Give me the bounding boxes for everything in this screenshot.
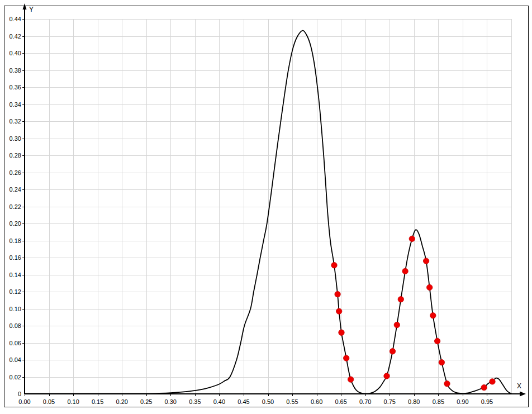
- data-point: [344, 355, 349, 361]
- x-tick-label: 0.00: [18, 398, 30, 405]
- chart-canvas: 0.000.050.100.150.200.250.300.350.400.45…: [0, 0, 532, 414]
- x-tick-label: 0.75: [384, 398, 396, 405]
- y-tick-label: 0.08: [10, 322, 21, 329]
- y-tick-label: 0.10: [10, 306, 21, 312]
- x-tick-label: 0.60: [311, 398, 322, 405]
- data-point: [336, 308, 342, 314]
- chart-screenshot: 0.000.050.100.150.200.250.300.350.400.45…: [0, 0, 532, 414]
- y-tick-label: 0.40: [10, 50, 21, 56]
- y-tick-label: 0.04: [10, 356, 21, 363]
- y-tick-label: 0.06: [10, 340, 21, 346]
- data-point: [384, 373, 390, 379]
- data-point: [481, 384, 487, 390]
- data-point: [402, 268, 408, 274]
- points-layer: [331, 236, 495, 391]
- data-point: [444, 381, 450, 387]
- data-point: [339, 330, 344, 335]
- y-tick-label: 0.24: [10, 186, 21, 193]
- data-point: [348, 377, 353, 382]
- y-tick-label: 0.22: [10, 203, 21, 210]
- data-point: [335, 291, 340, 297]
- data-point: [398, 297, 403, 302]
- x-tick-label: 0.05: [43, 398, 55, 405]
- x-tick-label: 0.80: [408, 398, 420, 405]
- y-tick-label: 0.34: [10, 101, 21, 108]
- y-tick-label: 0.42: [10, 33, 21, 40]
- data-point: [423, 258, 429, 264]
- y-tick-label: 0.38: [10, 67, 21, 74]
- y-tick-label: 0.02: [10, 374, 21, 380]
- x-axis-arrow: [520, 392, 526, 397]
- data-point: [331, 263, 337, 268]
- plot-frame-border: [4, 6, 529, 407]
- x-tick-label: 0.25: [140, 398, 152, 405]
- x-tick-label: 0.65: [335, 398, 346, 405]
- y-tick-label: 0.14: [10, 272, 21, 278]
- data-point: [439, 359, 444, 365]
- y-axis-arrow: [23, 3, 27, 9]
- y-tick-label: 0.12: [10, 288, 21, 295]
- y-tick-label: 0.32: [10, 118, 21, 125]
- y-tick-label: 0: [18, 391, 21, 397]
- x-tick-label: 0.90: [457, 398, 468, 405]
- x-tick-label: 0.40: [213, 398, 225, 405]
- data-point: [409, 236, 415, 241]
- y-tick-label: 0.18: [10, 237, 21, 244]
- tick-label-layer: 0.000.050.100.150.200.250.300.350.400.45…: [10, 16, 493, 405]
- data-point: [390, 349, 395, 354]
- x-axis-label: X: [517, 382, 521, 390]
- x-tick-label: 0.55: [286, 398, 298, 405]
- y-tick-label: 0.26: [10, 169, 21, 176]
- x-tick-label: 0.45: [238, 398, 249, 405]
- y-tick-label: 0.44: [10, 16, 21, 22]
- y-axis-label: Y: [29, 6, 34, 13]
- x-tick-label: 0.35: [189, 398, 201, 405]
- y-tick-label: 0.28: [10, 152, 21, 159]
- data-point: [490, 379, 495, 384]
- grid-layer: [25, 19, 512, 394]
- y-tick-label: 0.30: [10, 135, 21, 142]
- x-tick-label: 0.20: [116, 398, 127, 405]
- data-point: [427, 284, 433, 290]
- x-tick-label: 0.70: [359, 398, 371, 405]
- data-point: [434, 338, 440, 344]
- x-tick-label: 0.50: [262, 398, 274, 405]
- x-tick-label: 0.15: [92, 398, 103, 405]
- y-tick-label: 0.36: [10, 84, 21, 91]
- x-tick-label: 0.85: [433, 398, 444, 405]
- y-tick-label: 0.20: [10, 220, 21, 227]
- tick-layer: [22, 20, 487, 397]
- x-tick-label: 0.95: [481, 398, 493, 405]
- data-point: [394, 322, 400, 327]
- y-tick-label: 0.16: [10, 254, 21, 261]
- x-tick-label: 0.10: [67, 398, 79, 405]
- x-tick-label: 0.30: [165, 398, 177, 405]
- data-point: [430, 313, 436, 318]
